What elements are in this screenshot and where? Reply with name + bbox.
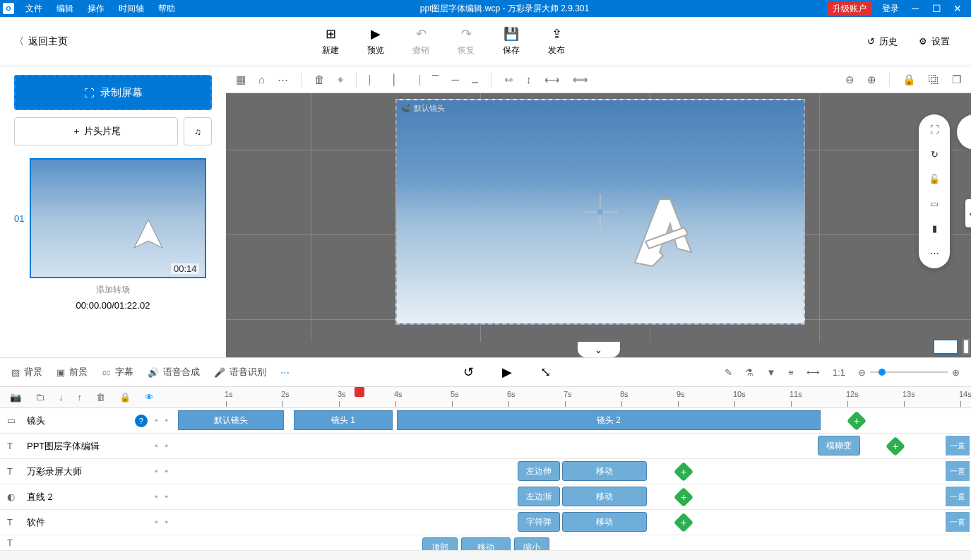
track-menu[interactable]: • — [165, 517, 168, 528]
right-drawer-handle[interactable]: ‹ — [965, 199, 971, 227]
more-icon[interactable]: ⋯ — [278, 73, 288, 86]
minimize-button[interactable]: ─ — [905, 3, 926, 14]
filter-icon[interactable]: ⚗ — [745, 367, 753, 378]
redo-button[interactable]: ↷恢复 — [458, 26, 475, 56]
clip-keep[interactable]: 一直 — [946, 512, 970, 532]
clip-keep[interactable]: 一直 — [946, 487, 970, 506]
mobile-icon[interactable]: ▮ — [932, 223, 937, 234]
spacing-h-icon[interactable]: ⟷ — [544, 73, 560, 86]
trash-icon[interactable]: 🗑 — [314, 73, 325, 85]
clip-effect-move[interactable]: 移动 — [562, 461, 647, 481]
tab-more[interactable]: ⋯ — [280, 367, 290, 378]
track-menu[interactable]: • — [155, 441, 158, 451]
spacing-v-icon[interactable]: ⟺ — [573, 73, 588, 86]
clip-camera-default[interactable]: 默认镜头 — [178, 410, 284, 430]
funnel-icon[interactable]: ▼ — [766, 367, 775, 378]
music-button[interactable]: ♫ — [184, 117, 212, 145]
slider-track[interactable] — [870, 371, 948, 373]
new-button[interactable]: ⊞新建 — [322, 26, 339, 56]
home-icon[interactable]: ⌂ — [258, 73, 265, 85]
track-menu[interactable]: • — [165, 466, 168, 477]
clip-effect-move[interactable]: 移动 — [562, 487, 647, 506]
play-button[interactable]: ▶ — [502, 364, 512, 380]
align-center-icon[interactable]: │ — [391, 73, 398, 85]
track-lane[interactable]: 左边渐 移动 + 一直 — [175, 484, 971, 509]
clip-effect-blur[interactable]: 模糊变 — [818, 436, 860, 455]
camera-icon[interactable]: 📷 — [10, 392, 21, 403]
settings-icon[interactable]: ≡ — [788, 367, 794, 378]
add-clip-button[interactable]: + — [674, 513, 693, 532]
distribute-h-icon[interactable]: ⇿ — [504, 73, 513, 86]
clip-camera-1[interactable]: 镜头 1 — [294, 410, 393, 430]
desktop-icon[interactable]: ▭ — [930, 198, 939, 209]
back-button[interactable]: 〈 返回主页 — [0, 35, 82, 48]
tab-foreground[interactable]: ▣前景 — [56, 366, 88, 379]
eye-icon[interactable]: 👁 — [145, 392, 154, 403]
track-menu[interactable]: • — [155, 517, 158, 528]
undo-button[interactable]: ↶撤销 — [412, 26, 429, 56]
circle-plus-icon[interactable]: ⊕ — [952, 367, 960, 378]
clip-effect-top[interactable]: 顶部 — [422, 537, 458, 551]
publish-button[interactable]: ⇪发布 — [548, 26, 565, 56]
clip-keep[interactable]: 一直 — [946, 461, 970, 481]
track-lane[interactable]: 模糊变 + 一直 — [175, 434, 971, 458]
add-clip-button[interactable]: + — [674, 462, 693, 482]
help-icon[interactable]: ? — [135, 415, 148, 427]
align-bottom-icon[interactable]: ⎽ — [472, 73, 478, 85]
tab-asr[interactable]: 🎤语音识别 — [214, 366, 266, 379]
clip-effect-shrink[interactable]: 缩小 — [514, 537, 549, 551]
clip-effect-move[interactable]: 移动 — [461, 537, 511, 551]
video-frame[interactable]: 📹默认镜头 — [395, 99, 805, 325]
record-screen-button[interactable]: ⛶ 录制屏幕 — [14, 75, 212, 110]
distribute-v-icon[interactable]: ↕ — [526, 73, 532, 85]
track-menu[interactable]: • — [155, 415, 158, 426]
arrow-up-icon[interactable]: ↑ — [78, 392, 83, 403]
collapse-canvas-button[interactable]: ⌄ — [578, 342, 620, 357]
add-transition-link[interactable]: 添加转场 — [14, 284, 212, 296]
intro-outro-button[interactable]: ＋片头片尾 — [14, 117, 178, 145]
playhead[interactable] — [355, 387, 364, 397]
clip-keep[interactable]: 一直 — [946, 436, 970, 455]
align-middle-icon[interactable]: ─ — [451, 73, 459, 85]
close-button[interactable]: ✕ — [947, 3, 968, 14]
settings-button[interactable]: ⚙设置 — [919, 35, 950, 48]
float-music-button[interactable]: ♪ — [957, 114, 971, 150]
track-menu[interactable]: • — [165, 492, 168, 502]
add-clip-button[interactable]: + — [674, 487, 693, 507]
align-left-icon[interactable]: ⎸ — [369, 73, 379, 86]
save-button[interactable]: 💾保存 — [503, 26, 520, 56]
track-menu[interactable]: • — [155, 466, 158, 477]
tab-subtitle[interactable]: ㏄字幕 — [102, 366, 133, 379]
menu-timeline[interactable]: 时间轴 — [112, 3, 151, 15]
clip-effect-left-stretch[interactable]: 左边伸 — [518, 461, 560, 481]
login-button[interactable]: 登录 — [876, 3, 905, 15]
trash-icon[interactable]: 🗑 — [96, 392, 105, 403]
edit-icon[interactable]: ✎ — [725, 367, 732, 378]
duplicate-icon[interactable]: ❐ — [952, 73, 961, 86]
menu-edit[interactable]: 编辑 — [49, 3, 81, 15]
add-folder-icon[interactable]: 🗀 — [35, 392, 44, 403]
align-right-icon[interactable]: ⎹ — [410, 73, 419, 86]
ratio-portrait[interactable] — [963, 339, 970, 355]
menu-help[interactable]: 帮助 — [151, 3, 182, 15]
align-top-icon[interactable]: ⎺ — [432, 73, 439, 85]
menu-action[interactable]: 操作 — [81, 3, 112, 15]
fullscreen-icon[interactable]: ⛶ — [930, 124, 939, 135]
focus-icon[interactable]: ⌖ — [338, 73, 343, 86]
timeline-ruler[interactable]: 1s2s3s4s5s6s7s8s9s10s11s12s13s14s — [175, 387, 961, 408]
maximize-button[interactable]: ☐ — [926, 3, 947, 14]
canvas-content[interactable]: 📹默认镜头 ⛶ ↻ 🔓 ▭ ▮ ⋯ ♪ ‹ ⌄ — [226, 93, 971, 357]
lock-icon[interactable]: 🔒 — [119, 392, 131, 403]
more-icon[interactable]: ⋯ — [930, 248, 939, 258]
add-clip-button[interactable]: + — [847, 411, 866, 431]
upgrade-button[interactable]: 升级账户 — [827, 1, 872, 16]
clip-camera-2[interactable]: 镜头 2 — [397, 410, 821, 430]
track-lane[interactable]: 顶部 移动 缩小 — [175, 535, 971, 550]
slider-thumb[interactable] — [878, 369, 886, 376]
shapes-icon[interactable]: ▦ — [236, 73, 246, 86]
preview-button[interactable]: ▶预览 — [367, 26, 384, 56]
ratio-landscape[interactable] — [933, 339, 958, 355]
track-menu[interactable]: • — [165, 415, 168, 426]
zoom-slider[interactable]: ⊖ ⊕ — [858, 367, 960, 378]
rewind-button[interactable]: ↺ — [463, 364, 474, 380]
